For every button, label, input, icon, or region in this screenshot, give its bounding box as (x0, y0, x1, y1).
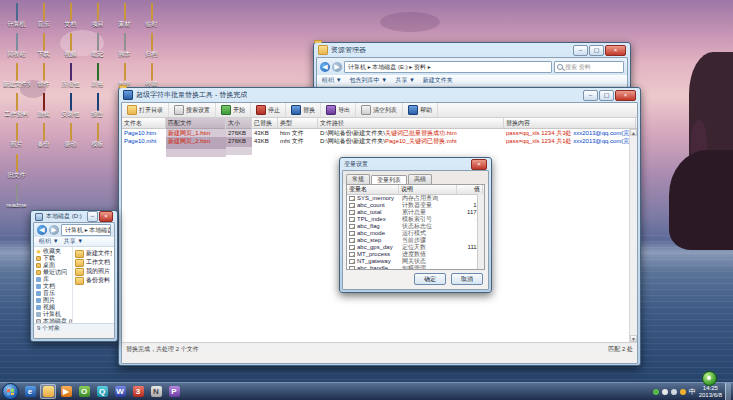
file-item[interactable]: 工作文档 (75, 258, 112, 267)
close-button[interactable]: × (471, 159, 487, 170)
variable-list[interactable]: 变量名 说明 值 ✓ SYS_memory 内存占用查询 ✓ abc_coun (346, 184, 485, 270)
scroll-down-icon[interactable]: ▼ (630, 335, 637, 342)
desktop-icon[interactable]: 新建文件夹 (3, 63, 30, 93)
column-header[interactable]: 说明 (399, 185, 457, 194)
column-header[interactable]: 已替换 (252, 118, 278, 128)
desktop-icon[interactable]: 文档 (57, 3, 84, 33)
tab-advanced[interactable]: 高级 (408, 174, 432, 184)
address-bar[interactable]: 计算机 ▸ 本地磁盘 (E:) ▸ 资料 ▸ (344, 61, 552, 73)
explorer-titlebar[interactable]: 本地磁盘 (D:) – × (33, 211, 115, 222)
toolbar-button[interactable]: 替换 (286, 103, 321, 117)
taskbar-app-button[interactable]: W (112, 384, 128, 399)
desktop-icon[interactable]: readme (3, 184, 30, 214)
file-item[interactable]: 备份资料 (75, 276, 112, 285)
variable-row[interactable]: ✓ SYS_memory 内存占用查询 (347, 195, 484, 202)
desktop-icon[interactable]: 素材 (111, 3, 138, 33)
forward-button[interactable]: ▶ (49, 225, 59, 235)
tray-updown-icon[interactable] (662, 389, 668, 395)
desktop-icon[interactable]: 工作资料 (3, 93, 30, 123)
variable-row[interactable]: ✓ abc_flag 状态标志位 1 (347, 223, 484, 230)
tree-item[interactable]: 文档 (34, 283, 72, 290)
floating-accelerator-ball[interactable] (702, 371, 717, 386)
close-button[interactable]: × (99, 211, 113, 222)
tree-item[interactable]: 最近访问 (34, 269, 72, 276)
tree-item[interactable]: 下载 (34, 255, 72, 262)
taskbar-app-button[interactable]: e (22, 384, 38, 399)
desktop-icon[interactable]: 压缩包 (57, 63, 84, 93)
close-button[interactable]: × (615, 90, 636, 101)
tree-item[interactable]: 计算机 (34, 311, 72, 318)
variable-row[interactable]: ✓ MT_process 进度数值 1 (347, 251, 484, 258)
tree-item[interactable]: 图片 (34, 297, 72, 304)
desktop-icon[interactable]: 归档 (138, 33, 165, 63)
close-button[interactable]: × (605, 45, 626, 56)
desktop-icon[interactable]: 项目 (84, 3, 111, 33)
back-window-titlebar[interactable]: 资源管理器 – ▢ × (316, 43, 628, 57)
desktop-icon[interactable]: 旧文件 (3, 154, 30, 184)
minimize-button[interactable]: – (573, 45, 588, 56)
desktop-icon[interactable]: 软件 (30, 63, 57, 93)
desktop-icon[interactable]: 临时 (138, 3, 165, 33)
maximize-button[interactable]: ▢ (589, 45, 604, 56)
tray-network-icon[interactable] (671, 389, 677, 395)
desktop-icon[interactable]: 安装包 (57, 93, 84, 123)
minimize-button[interactable]: – (583, 90, 598, 101)
taskbar-clock[interactable]: 14:25 2013/6/8 (699, 385, 722, 399)
variable-row[interactable]: ✓ NT_gateway 网关状态 (347, 258, 484, 265)
show-desktop-button[interactable] (725, 383, 731, 400)
taskbar-app-button[interactable] (40, 384, 56, 399)
column-header[interactable]: 值 (457, 185, 483, 194)
desktop-icon[interactable]: 音乐 (30, 3, 57, 33)
command-bar-item[interactable]: 共享 ▼ (64, 237, 84, 246)
tray-safety-icon[interactable] (653, 389, 659, 395)
toolbar-button[interactable]: 打开目录 (122, 103, 169, 117)
variable-row[interactable]: ✓ abc_handle 句柄管理 (347, 265, 484, 270)
forward-button[interactable]: ▶ (332, 62, 342, 72)
column-header[interactable]: 类型 (278, 118, 318, 128)
toolbar-button[interactable]: 帮助 (403, 103, 438, 117)
desktop-icon[interactable]: 视频 (57, 33, 84, 63)
toolbar-button[interactable]: 清空列表 (356, 103, 403, 117)
scroll-up-icon[interactable]: ▲ (630, 129, 637, 136)
variable-row[interactable]: ✓ abc_count 计数器变量 12 (347, 202, 484, 209)
taskbar-app-button[interactable]: ▶ (58, 384, 74, 399)
desktop-icon[interactable]: 模板 (84, 123, 111, 153)
desktop-icon[interactable]: 游戏 (30, 93, 57, 123)
tray-volume-icon[interactable] (680, 389, 686, 395)
taskbar-app-button[interactable]: O (76, 384, 92, 399)
minimize-button[interactable]: – (87, 211, 98, 222)
taskbar-app-button[interactable]: N (148, 384, 164, 399)
variable-row[interactable]: ✓ abc_mode 运行模式 1 (347, 230, 484, 237)
tree-item[interactable]: 视频 (34, 304, 72, 311)
command-bar-item[interactable]: 共享 ▼ (395, 76, 415, 85)
taskbar-app-button[interactable]: 3 (130, 384, 146, 399)
desktop-icon[interactable]: 报告 (84, 93, 111, 123)
taskbar-app-button[interactable]: P (166, 384, 182, 399)
tree-item[interactable]: 桌面 (34, 262, 72, 269)
tree-item[interactable]: 库 (34, 276, 72, 283)
file-item[interactable]: 我的照片 (75, 267, 112, 276)
back-button[interactable]: ◀ (320, 62, 330, 72)
toolbar-button[interactable]: 搜索设置 (169, 103, 216, 117)
toolbar-button[interactable]: 停止 (251, 103, 286, 117)
desktop-icon[interactable]: 笔记 (84, 33, 111, 63)
start-button[interactable] (2, 383, 19, 400)
tree-item[interactable]: 本地磁盘 (C:) (34, 318, 72, 323)
desktop-icon[interactable]: 计算机 (3, 3, 30, 33)
command-bar-item[interactable]: 新建文件夹 (423, 76, 453, 85)
desktop-icon[interactable]: 驱动 (57, 123, 84, 153)
variable-row[interactable]: ✓ abc_total 累计总量 1171 (347, 209, 484, 216)
toolbar-button[interactable]: 导出 (321, 103, 356, 117)
variable-row[interactable]: ✓ TPL_index 模板索引号 4 (347, 216, 484, 223)
column-header[interactable]: 变量名 (347, 185, 399, 194)
main-window-titlebar[interactable]: 超级字符串批量替换工具 - 替换完成 – ▢ × (121, 88, 638, 102)
toolbar-button[interactable]: 开始 (216, 103, 251, 117)
address-bar[interactable]: 计算机 ▸ 本地磁盘 (D:) (61, 224, 111, 236)
column-header[interactable]: 替换内容 (504, 118, 636, 128)
dialog-scrollbar[interactable] (477, 194, 484, 269)
command-bar-item[interactable]: 组织 ▼ (322, 76, 342, 85)
desktop-icon[interactable]: 备份 (30, 123, 57, 153)
desktop-icon[interactable]: 表格 (84, 63, 111, 93)
dialog-titlebar[interactable]: 变量设置 × (342, 158, 489, 170)
desktop-icon[interactable]: 下载 (30, 33, 57, 63)
